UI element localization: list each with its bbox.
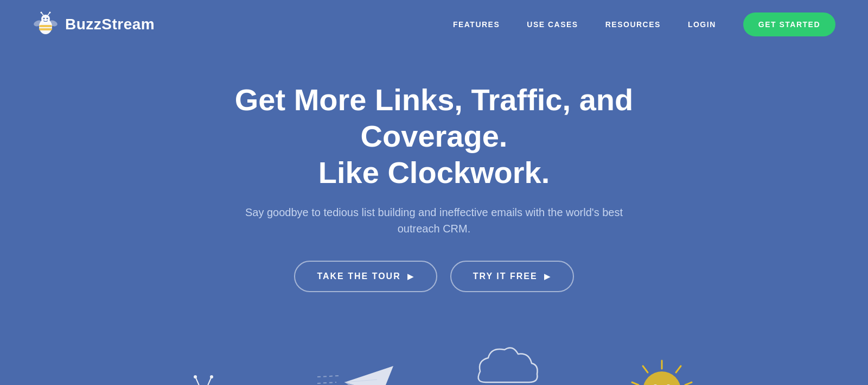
svg-line-52 <box>643 366 648 373</box>
nav-features[interactable]: FEATURES <box>453 20 500 29</box>
try-free-button[interactable]: TRY IT FREE ▶ <box>450 261 574 292</box>
cloud-search-illustration <box>448 339 556 385</box>
svg-line-17 <box>196 378 200 385</box>
try-arrow-icon: ▶ <box>544 272 551 281</box>
hero-section: Get More Links, Traffic, and Coverage. L… <box>0 49 868 385</box>
take-tour-button[interactable]: TAKE THE TOUR ▶ <box>294 261 437 292</box>
svg-line-29 <box>317 382 336 383</box>
svg-point-5 <box>41 12 42 14</box>
svg-point-20 <box>210 375 213 378</box>
svg-point-10 <box>43 18 45 20</box>
svg-line-28 <box>317 376 339 377</box>
take-tour-label: TAKE THE TOUR <box>317 272 400 281</box>
svg-line-19 <box>207 378 211 385</box>
tour-arrow-icon: ▶ <box>407 272 414 281</box>
svg-line-44 <box>676 366 681 373</box>
illustrations <box>11 325 857 385</box>
nav-resources[interactable]: RESOURCES <box>605 20 661 29</box>
try-free-label: TRY IT FREE <box>473 272 538 281</box>
logo[interactable]: BuzzStream <box>33 11 155 37</box>
navbar: BuzzStream FEATURES USE CASES RESOURCES … <box>0 0 868 49</box>
logo-text: BuzzStream <box>65 16 155 33</box>
logo-icon <box>33 11 59 37</box>
svg-marker-31 <box>344 366 393 385</box>
svg-point-18 <box>194 375 197 378</box>
svg-point-53 <box>643 371 681 385</box>
hero-title: Get More Links, Traffic, and Coverage. L… <box>190 81 678 191</box>
hero-subtitle: Say goodbye to tedious list building and… <box>228 204 640 237</box>
nav-login[interactable]: LOGIN <box>688 20 716 29</box>
svg-point-11 <box>47 18 48 20</box>
hero-title-line2: Like Clockwork. <box>318 155 550 190</box>
hero-buttons: TAKE THE TOUR ▶ TRY IT FREE ▶ <box>294 261 573 292</box>
hero-title-line1: Get More Links, Traffic, and Coverage. <box>235 83 633 153</box>
svg-rect-2 <box>39 28 52 30</box>
sun-illustration <box>621 355 703 385</box>
nav-use-cases[interactable]: USE CASES <box>527 20 578 29</box>
plane-illustration <box>317 350 404 385</box>
svg-line-51 <box>632 382 639 385</box>
get-started-button[interactable]: GET STARTED <box>743 12 835 36</box>
bee-illustration <box>155 344 241 385</box>
svg-point-3 <box>41 15 50 23</box>
nav-links: FEATURES USE CASES RESOURCES LOGIN GET S… <box>453 12 835 36</box>
svg-line-45 <box>685 382 692 385</box>
svg-rect-1 <box>39 25 52 27</box>
svg-point-7 <box>49 12 51 14</box>
